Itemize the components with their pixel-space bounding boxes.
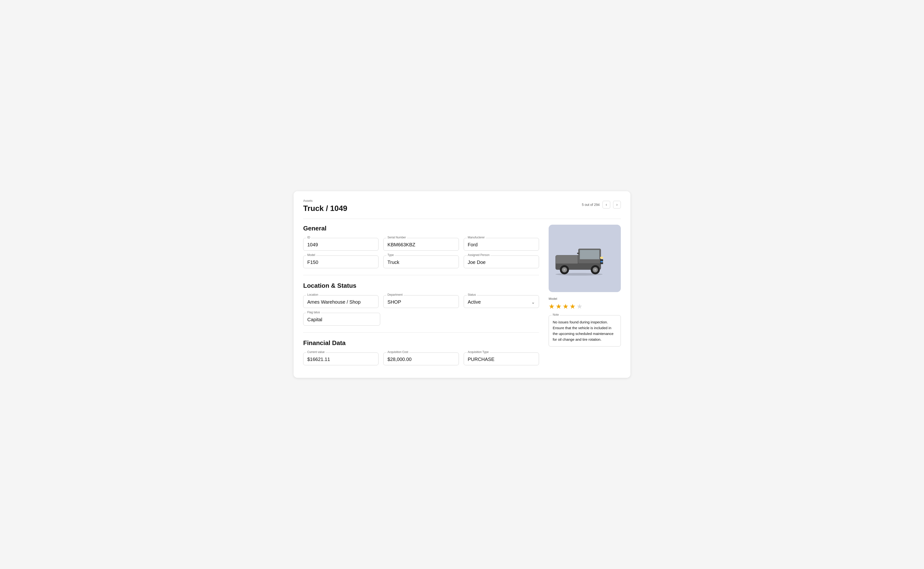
status-value: Active bbox=[468, 299, 481, 305]
breadcrumb: Assets bbox=[303, 199, 347, 202]
svg-rect-14 bbox=[577, 253, 579, 254]
manufacturer-label: Manufucterer bbox=[467, 236, 486, 239]
status-field[interactable]: Status Active ⌄ bbox=[464, 295, 539, 308]
model-rating-label: Model bbox=[549, 297, 621, 301]
divider-2 bbox=[303, 332, 539, 333]
financial-row-1: Current value $16621.11 Acquisition Cost… bbox=[303, 353, 539, 365]
location-row-1: Location Ames Warehouse / Shop Departmen… bbox=[303, 295, 539, 308]
manufacturer-field: Manufucterer Ford bbox=[464, 238, 539, 251]
assigned-person-field: Assigned Person Joe Doe bbox=[464, 256, 539, 268]
location-value: Ames Warehouse / Shop bbox=[307, 299, 361, 304]
svg-rect-10 bbox=[600, 257, 603, 259]
note-label: Note bbox=[552, 313, 560, 316]
truck-image: FORD bbox=[552, 228, 617, 289]
svg-point-9 bbox=[594, 269, 596, 271]
acquisition-type-label: Acquisition Type bbox=[467, 350, 490, 354]
header-section: Assets Truck / 1049 5 out of 294 ‹ › bbox=[303, 199, 621, 219]
star-3: ★ bbox=[563, 303, 569, 310]
title-group: Assets Truck / 1049 bbox=[303, 199, 347, 213]
manufacturer-value: Ford bbox=[468, 242, 478, 247]
current-value-label: Current value bbox=[306, 350, 326, 354]
id-label: ID bbox=[306, 236, 311, 239]
page-title: Truck / 1049 bbox=[303, 204, 347, 213]
prev-button[interactable]: ‹ bbox=[602, 201, 610, 208]
acquisition-cost-value: $28,000.00 bbox=[387, 357, 411, 362]
content-layout: General ID 1049 Serial Number KBM663KBZ … bbox=[303, 225, 621, 370]
model-value: F150 bbox=[307, 260, 319, 265]
flag-status-value: Capital bbox=[307, 317, 322, 322]
sidebar: FORD Model ★★★★★ Note No issues found du… bbox=[549, 225, 621, 370]
id-value: 1049 bbox=[307, 242, 318, 247]
note-box: Note No issues found during inspection. … bbox=[549, 315, 621, 347]
acquisition-type-field: Acquisition Type PURCHASE bbox=[464, 353, 539, 365]
star-4: ★ bbox=[570, 303, 576, 310]
flag-status-field: Flag tatus Capital bbox=[303, 313, 380, 326]
star-2: ★ bbox=[555, 303, 561, 310]
star-rating: ★★★★★ bbox=[549, 303, 621, 310]
current-value: $16621.11 bbox=[307, 357, 330, 362]
status-label: Status bbox=[467, 293, 477, 297]
flag-status-label: Flag tatus bbox=[306, 310, 321, 314]
financial-section: Financial Data Current value $16621.11 A… bbox=[303, 339, 539, 365]
acquisition-type-value: PURCHASE bbox=[468, 357, 495, 362]
department-field: Department SHOP bbox=[383, 295, 459, 308]
current-value-field: Current value $16621.11 bbox=[303, 353, 378, 365]
general-row-1: ID 1049 Serial Number KBM663KBZ Manufuct… bbox=[303, 238, 539, 251]
assigned-person-label: Assigned Person bbox=[467, 253, 491, 257]
chevron-down-icon: ⌄ bbox=[531, 300, 535, 305]
general-section: General ID 1049 Serial Number KBM663KBZ … bbox=[303, 225, 539, 268]
svg-marker-2 bbox=[580, 250, 599, 259]
acquisition-cost-label: Acquisition Cost bbox=[387, 350, 409, 354]
next-button[interactable]: › bbox=[613, 201, 621, 208]
location-section-title: Location & Status bbox=[303, 282, 539, 289]
star-5: ★ bbox=[577, 303, 583, 310]
asset-image-box: FORD bbox=[549, 225, 621, 292]
department-value: SHOP bbox=[387, 299, 401, 304]
svg-text:FORD: FORD bbox=[601, 261, 604, 262]
department-label: Department bbox=[387, 293, 404, 297]
main-content: General ID 1049 Serial Number KBM663KBZ … bbox=[303, 225, 539, 370]
status-select[interactable]: Active ⌄ bbox=[468, 299, 535, 305]
model-label: Model bbox=[306, 253, 316, 257]
type-value: Truck bbox=[387, 260, 399, 265]
location-section: Location & Status Location Ames Warehous… bbox=[303, 282, 539, 326]
acquisition-cost-field: Acquisition Cost $28,000.00 bbox=[383, 353, 459, 365]
serial-number-label: Serial Number bbox=[387, 236, 407, 239]
financial-section-title: Financial Data bbox=[303, 339, 539, 347]
type-field: Type Truck bbox=[383, 256, 459, 268]
svg-point-6 bbox=[564, 269, 566, 271]
general-section-title: General bbox=[303, 225, 539, 232]
star-1: ★ bbox=[549, 303, 555, 310]
location-row-2: Flag tatus Capital bbox=[303, 313, 539, 326]
nav-counter: 5 out of 294 bbox=[582, 203, 599, 207]
model-field: Model F150 bbox=[303, 256, 378, 268]
assigned-person-value: Joe Doe bbox=[468, 260, 486, 265]
type-label: Type bbox=[387, 253, 394, 257]
serial-number-field: Serial Number KBM663KBZ bbox=[383, 238, 459, 251]
svg-point-15 bbox=[555, 273, 603, 276]
general-row-2: Model F150 Type Truck Assigned Person Jo… bbox=[303, 256, 539, 268]
location-label: Location bbox=[306, 293, 319, 297]
id-field: ID 1049 bbox=[303, 238, 378, 251]
svg-rect-3 bbox=[556, 256, 578, 264]
location-field: Location Ames Warehouse / Shop bbox=[303, 295, 378, 308]
main-card: Assets Truck / 1049 5 out of 294 ‹ › Gen… bbox=[294, 191, 630, 378]
note-text: No issues found during inspection. Ensur… bbox=[553, 319, 617, 342]
serial-number-value: KBM663KBZ bbox=[387, 242, 415, 247]
nav-controls: 5 out of 294 ‹ › bbox=[582, 201, 621, 208]
